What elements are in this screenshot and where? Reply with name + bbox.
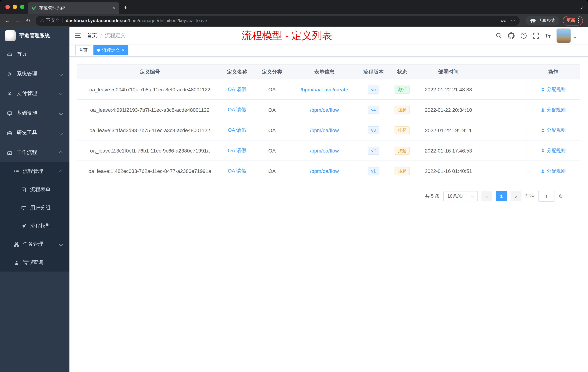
assign-rule-link[interactable]: 分配规则 bbox=[541, 107, 566, 113]
caret-down-icon bbox=[573, 37, 576, 39]
sidebar-item-label: 任务管理 bbox=[23, 241, 43, 248]
help-icon[interactable]: ? bbox=[520, 32, 527, 39]
cell-definition-id: oa_leave:3:1fad3d93-7b75-11ec-a3c8-acde4… bbox=[77, 127, 222, 133]
user-icon bbox=[14, 260, 19, 265]
browser-menu-icon[interactable] bbox=[578, 18, 579, 23]
assign-rule-link[interactable]: 分配规则 bbox=[541, 168, 566, 174]
sidebar-item-devtools[interactable]: 研发工具 bbox=[0, 123, 69, 143]
form-link[interactable]: /bpm/oa/leave/create bbox=[301, 87, 348, 92]
tag-label: 流程定义 bbox=[102, 47, 120, 53]
browser-update-button[interactable]: 更新 bbox=[563, 16, 583, 25]
sidebar-item-user-groups[interactable]: 用户分组 bbox=[0, 199, 69, 217]
sidebar-logo[interactable]: 芋道管理系统 bbox=[0, 27, 69, 44]
definition-name-link[interactable]: OA 请假 bbox=[228, 147, 247, 154]
github-icon[interactable] bbox=[508, 32, 514, 39]
app-root: 芋道管理系统 首页 系统管理 ¥ 支付管理 bbox=[0, 27, 588, 372]
definition-name-link[interactable]: OA 请假 bbox=[228, 107, 247, 113]
assign-rule-label: 分配规则 bbox=[547, 86, 566, 93]
status-badge: 挂起 bbox=[395, 106, 410, 114]
zoom-window-button[interactable] bbox=[20, 5, 24, 9]
site-security[interactable]: ⚠ 不安全 bbox=[40, 17, 59, 24]
assign-rule-link[interactable]: 分配规则 bbox=[541, 127, 566, 133]
tab-search-icon[interactable] bbox=[579, 5, 584, 10]
sidebar-submenu-workflow: 流程管理 流程表单 用户分组 bbox=[0, 162, 69, 272]
search-icon[interactable] bbox=[495, 32, 502, 39]
sidebar-item-label: 流程模型 bbox=[30, 223, 51, 229]
pagination: 共 5 条 10条/页 ‹ 1 › 前往 页 bbox=[77, 191, 580, 202]
address-bar[interactable]: ⚠ 不安全 dashboard.yudao.iocoder.cn/bpm/man… bbox=[36, 15, 520, 26]
sidebar-item-process-forms[interactable]: 流程表单 bbox=[0, 181, 69, 199]
breadcrumb: 首页 / 流程定义 bbox=[87, 32, 126, 39]
cell-deploy-time: 2022-01-16 01:40:51 bbox=[414, 168, 483, 174]
sidebar-item-label: 请假查询 bbox=[23, 259, 43, 266]
goto-page-input[interactable] bbox=[538, 191, 555, 202]
sidebar-item-label: 用户分组 bbox=[30, 205, 51, 211]
sidebar-toggle-icon[interactable] bbox=[69, 33, 87, 38]
close-window-button[interactable] bbox=[5, 5, 10, 9]
status-badge: 挂起 bbox=[395, 167, 410, 175]
window-controls bbox=[5, 5, 24, 9]
form-link[interactable]: /bpm/oa/flow bbox=[310, 148, 339, 153]
page-title: 流程模型 - 定义列表 bbox=[242, 29, 332, 42]
monitor-icon bbox=[7, 110, 12, 116]
version-badge: v2 bbox=[368, 146, 379, 154]
form-link[interactable]: /bpm/oa/flow bbox=[310, 168, 339, 174]
definition-name-link[interactable]: OA 请假 bbox=[228, 168, 247, 174]
page-size-value: 10条/页 bbox=[447, 193, 463, 199]
tab-close-icon[interactable]: × bbox=[113, 5, 116, 11]
definition-name-link[interactable]: OA 请假 bbox=[228, 86, 247, 93]
tag-process-definition[interactable]: 流程定义 × bbox=[94, 45, 128, 55]
prev-page-button[interactable]: ‹ bbox=[482, 191, 492, 201]
definition-name-link[interactable]: OA 请假 bbox=[228, 127, 247, 133]
chevron-down-icon bbox=[59, 92, 63, 96]
bookmark-star-icon[interactable]: ☆ bbox=[511, 18, 515, 23]
breadcrumb-current: 流程定义 bbox=[105, 32, 126, 39]
sidebar-item-payment[interactable]: ¥ 支付管理 bbox=[0, 84, 69, 103]
table-row: oa_leave:5:004b710b-7b8a-11ec-8ef0-acde4… bbox=[77, 79, 580, 100]
user-menu[interactable] bbox=[556, 28, 576, 43]
assign-rule-link[interactable]: 分配规则 bbox=[541, 147, 566, 154]
browser-tab[interactable]: 芋道管理系统 × bbox=[28, 2, 119, 14]
assign-rule-link[interactable]: 分配规则 bbox=[541, 86, 566, 93]
sidebar-item-process-management[interactable]: 流程管理 bbox=[0, 162, 69, 181]
sidebar: 芋道管理系统 首页 系统管理 ¥ 支付管理 bbox=[0, 27, 69, 372]
reload-icon[interactable]: ↻ bbox=[23, 17, 33, 24]
font-size-icon[interactable]: TT bbox=[545, 33, 551, 39]
sidebar-item-workflow[interactable]: 工作流程 bbox=[0, 143, 69, 162]
form-link[interactable]: /bpm/oa/flow bbox=[310, 127, 339, 133]
url-path: /bpm/manager/definition?key=oa_leave bbox=[128, 18, 207, 23]
avatar[interactable] bbox=[556, 28, 571, 43]
main-area: 首页 / 流程定义 流程模型 - 定义列表 ? bbox=[69, 27, 588, 372]
tag-home[interactable]: 首页 bbox=[75, 45, 91, 55]
tag-close-icon[interactable]: × bbox=[122, 48, 125, 52]
version-badge: v4 bbox=[368, 106, 379, 114]
tags-view: 首页 流程定义 × bbox=[69, 44, 588, 57]
tag-label: 首页 bbox=[79, 47, 88, 53]
form-link[interactable]: /bpm/oa/flow bbox=[310, 107, 339, 113]
sidebar-item-task-management[interactable]: 任务管理 bbox=[0, 235, 69, 253]
page-number-button[interactable]: 1 bbox=[496, 191, 507, 201]
page-size-select[interactable]: 10条/页 bbox=[443, 191, 478, 201]
status-badge: 激活 bbox=[395, 85, 410, 93]
sidebar-item-process-models[interactable]: 流程模型 bbox=[0, 217, 69, 235]
breadcrumb-home[interactable]: 首页 bbox=[87, 32, 97, 39]
forward-icon[interactable]: → bbox=[13, 17, 22, 24]
minimize-window-button[interactable] bbox=[13, 5, 17, 9]
next-page-button[interactable]: › bbox=[511, 191, 521, 201]
column-header: 定义分类 bbox=[252, 69, 292, 75]
app-header: 首页 / 流程定义 流程模型 - 定义列表 ? bbox=[69, 27, 588, 44]
screen: 芋道管理系统 × + ← → ↻ ⚠ 不安全 dashboard.yudao.i… bbox=[0, 0, 588, 372]
divider bbox=[62, 18, 63, 23]
cell-category: OA bbox=[252, 168, 292, 174]
sidebar-item-home[interactable]: 首页 bbox=[0, 44, 69, 64]
key-icon[interactable] bbox=[501, 18, 506, 23]
fullscreen-icon[interactable] bbox=[533, 32, 539, 39]
sidebar-item-leave-query[interactable]: 请假查询 bbox=[0, 253, 69, 272]
sidebar-item-system[interactable]: 系统管理 bbox=[0, 64, 69, 84]
sidebar-item-infrastructure[interactable]: 基础设施 bbox=[0, 103, 69, 123]
column-header: 表单信息 bbox=[292, 69, 356, 75]
new-tab-button[interactable]: + bbox=[124, 4, 127, 11]
version-badge: v5 bbox=[368, 85, 379, 93]
back-icon[interactable]: ← bbox=[3, 17, 12, 24]
cell-category: OA bbox=[252, 107, 292, 113]
